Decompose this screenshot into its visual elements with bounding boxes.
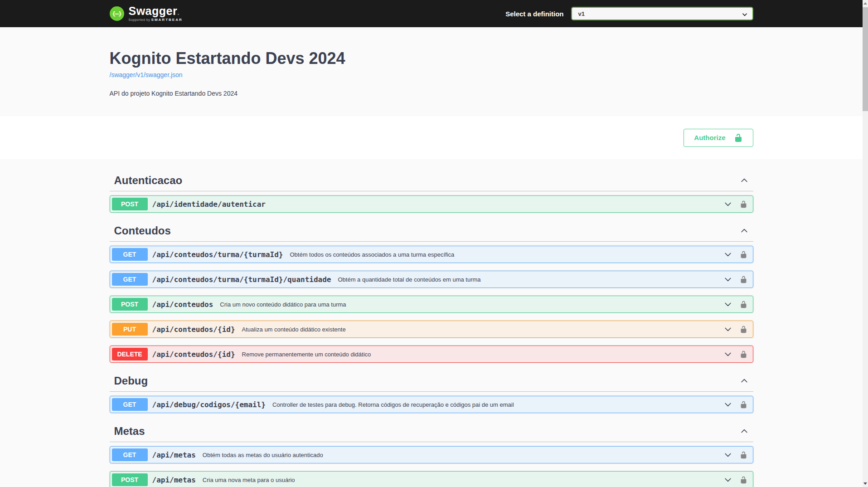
section-header[interactable]: Metas: [110, 421, 753, 442]
definition-select[interactable]: v1: [571, 7, 753, 20]
method-badge: GET: [112, 273, 148, 286]
endpoint-path: /api/metas: [152, 476, 196, 484]
endpoint-row[interactable]: GET /api/debug/codigos/{email} Controlle…: [110, 396, 753, 413]
section-title: Autenticacao: [114, 174, 183, 187]
topbar-wrapper: {⋯} Swagger. Supported by SMARTBEAR Sele…: [101, 0, 762, 27]
lock-open-icon[interactable]: [740, 200, 747, 208]
chevron-down-icon[interactable]: [723, 200, 732, 209]
swagger-ui-page: {⋯} Swagger. Supported by SMARTBEAR Sele…: [0, 0, 863, 487]
logo-text: Swagger: [129, 5, 178, 17]
chevron-down-icon[interactable]: [723, 300, 732, 309]
section-header[interactable]: Autenticacao: [110, 170, 753, 191]
endpoint-controls: [723, 450, 747, 459]
definition-select-group: Select a definition v1: [505, 7, 753, 20]
operations-list: GET /api/debug/codigos/{email} Controlle…: [110, 392, 753, 413]
lock-open-icon[interactable]: [740, 276, 747, 283]
section-title: Conteudos: [114, 224, 171, 238]
swagger-logo-link[interactable]: {⋯} Swagger. Supported by SMARTBEAR: [110, 5, 183, 22]
section-title: Metas: [114, 424, 145, 438]
info-section: Kognito Estartando Devs 2024 /swagger/v1…: [0, 27, 863, 116]
logo-text-wrap: Swagger. Supported by SMARTBEAR: [129, 5, 183, 22]
method-badge: GET: [112, 448, 148, 461]
chevron-up-icon[interactable]: [740, 176, 749, 185]
endpoint-row[interactable]: GET /api/metas Obtém todas as metas do u…: [110, 446, 753, 463]
lock-open-icon[interactable]: [740, 451, 747, 459]
endpoint-path: /api/debug/codigos/{email}: [152, 400, 266, 409]
section-header[interactable]: Debug: [110, 370, 753, 392]
endpoint-controls: [723, 400, 747, 409]
api-tag-section: Autenticacao POST /api/identidade/autent…: [110, 170, 753, 213]
smartbear-brand: SMARTBEAR: [151, 18, 183, 22]
chevron-down-icon[interactable]: [723, 400, 732, 409]
swagger-logo-icon: {⋯}: [110, 6, 124, 21]
method-badge: PUT: [112, 323, 148, 336]
section-header[interactable]: Conteudos: [110, 220, 753, 242]
scrollbar-thumb[interactable]: [863, 7, 868, 111]
endpoint-row[interactable]: DELETE /api/conteudos/{id} Remove perman…: [110, 346, 753, 363]
unlock-icon: [734, 133, 743, 142]
method-badge: DELETE: [112, 348, 148, 360]
scrollbar[interactable]: [863, 0, 868, 487]
scrollbar-up-button[interactable]: [863, 0, 868, 7]
endpoint-controls: [723, 275, 747, 284]
chevron-down-icon[interactable]: [723, 275, 732, 284]
endpoint-controls: [723, 350, 747, 359]
scrollbar-down-button[interactable]: [863, 480, 868, 487]
endpoint-controls: [723, 475, 747, 484]
chevron-down-icon[interactable]: [723, 450, 732, 459]
scheme-container: Authorize: [0, 116, 863, 159]
endpoint-controls: [723, 300, 747, 309]
chevron-down-icon[interactable]: [723, 325, 732, 334]
authorize-label: Authorize: [694, 134, 725, 141]
page-title: Kognito Estartando Devs 2024: [110, 49, 753, 68]
chevron-up-icon[interactable]: [740, 376, 749, 385]
lock-open-icon[interactable]: [740, 301, 747, 308]
chevron-down-icon: [742, 11, 748, 18]
operations-area: Autenticacao POST /api/identidade/autent…: [0, 159, 863, 487]
select-definition-label: Select a definition: [505, 10, 563, 18]
endpoint-row[interactable]: POST /api/identidade/autenticar: [110, 195, 753, 213]
lock-open-icon[interactable]: [740, 401, 747, 409]
definition-select-value: v1: [578, 10, 585, 17]
method-badge: GET: [112, 398, 148, 411]
operations-list: GET /api/metas Obtém todas as metas do u…: [110, 442, 753, 487]
endpoint-description: Controller de testes para debug. Retorna…: [272, 401, 514, 408]
scroll-down-arrow-icon: [863, 482, 867, 485]
endpoint-row[interactable]: PUT /api/conteudos/{id} Atualiza um cont…: [110, 321, 753, 338]
endpoint-path: /api/conteudos/{id}: [152, 325, 235, 334]
authorize-button[interactable]: Authorize: [684, 129, 753, 147]
method-badge: GET: [112, 248, 148, 261]
endpoint-row[interactable]: GET /api/conteudos/turma/{turmaId}/quant…: [110, 271, 753, 288]
lock-open-icon[interactable]: [740, 476, 747, 484]
endpoint-path: /api/conteudos: [152, 300, 213, 309]
spec-link[interactable]: /swagger/v1/swagger.json: [110, 71, 183, 78]
api-description: API do projeto Kognito Estartando Devs 2…: [110, 90, 753, 97]
endpoint-path: /api/metas: [152, 451, 196, 459]
topbar: {⋯} Swagger. Supported by SMARTBEAR Sele…: [0, 0, 863, 27]
endpoint-row[interactable]: GET /api/conteudos/turma/{turmaId} Obtém…: [110, 246, 753, 263]
endpoint-description: Atualiza um conteúdo didático existente: [242, 326, 346, 333]
logo-dot: .: [177, 9, 179, 16]
logo-subtitle: Supported by SMARTBEAR: [129, 18, 183, 22]
endpoint-row[interactable]: POST /api/conteudos Cria um novo conteúd…: [110, 296, 753, 313]
api-tag-section: Debug GET /api/debug/codigos/{email} Con…: [110, 370, 753, 413]
lock-open-icon[interactable]: [740, 251, 747, 258]
endpoint-description: Obtém todos os conteúdos associados a um…: [290, 251, 454, 258]
lock-open-icon[interactable]: [740, 351, 747, 358]
endpoint-path: /api/conteudos/{id}: [152, 350, 235, 359]
chevron-up-icon[interactable]: [740, 427, 749, 436]
endpoint-controls: [723, 325, 747, 334]
chevron-down-icon[interactable]: [723, 250, 732, 259]
method-badge: POST: [112, 298, 148, 311]
chevron-down-icon[interactable]: [723, 475, 732, 484]
api-tag-section: Metas GET /api/metas Obtém todas as meta…: [110, 421, 753, 487]
chevron-down-icon[interactable]: [723, 350, 732, 359]
chevron-up-icon[interactable]: [740, 226, 749, 235]
endpoint-path: /api/identidade/autenticar: [152, 200, 266, 209]
operations-list: POST /api/identidade/autenticar: [110, 191, 753, 213]
lock-open-icon[interactable]: [740, 326, 747, 333]
endpoint-description: Remove permanentemente um conteúdo didát…: [242, 351, 371, 358]
api-tag-section: Conteudos GET /api/conteudos/turma/{turm…: [110, 220, 753, 363]
endpoint-row[interactable]: POST /api/metas Cria uma nova meta para …: [110, 471, 753, 487]
endpoint-controls: [723, 200, 747, 209]
